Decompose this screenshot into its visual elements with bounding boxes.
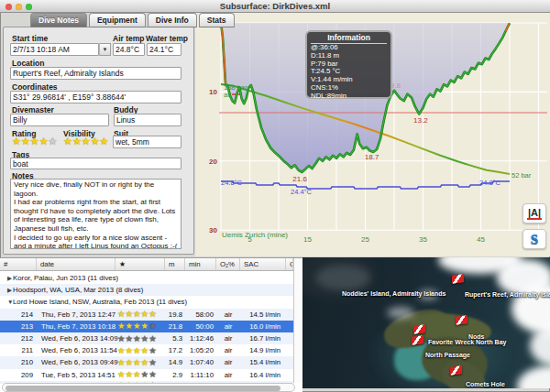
dive-flag-icon[interactable] <box>452 274 464 284</box>
svg-text:10: 10 <box>209 88 217 96</box>
tab-dive-info[interactable]: Dive Info <box>148 13 197 27</box>
dive-date: Thu, Feb 7, 2013 10:18 <box>37 322 116 331</box>
buddy-input[interactable] <box>114 114 182 126</box>
ruler-icon: |A| <box>527 208 542 220</box>
dive-rating-stars: ★★★★★ <box>116 346 165 355</box>
svg-text:24.8°C: 24.8°C <box>479 179 501 187</box>
dive-row-selected[interactable]: 213Thu, Feb 7, 2013 10:18★★★★★21.850:00a… <box>0 321 293 332</box>
column-header-rating[interactable]: ★ <box>116 258 165 270</box>
dive-number: 209 <box>0 371 37 379</box>
dive-number: 212 <box>0 334 37 343</box>
dive-notes-panel: Start time ▼ Air temp Water temp Locatio… <box>3 27 194 255</box>
svg-text:52 bar: 52 bar <box>512 171 532 180</box>
svg-text:air: air <box>224 91 232 99</box>
panel-splitter-handle[interactable] <box>188 128 192 143</box>
trip-row[interactable]: ▼Lord Howe Island, NSW, Australia, Feb 2… <box>0 296 293 308</box>
rating-stars[interactable]: ★★★★★ <box>12 136 57 147</box>
dive-row[interactable]: 210Wed, Feb 6, 2013 09:49★★★★★14.91:07:4… <box>0 356 293 368</box>
star-empty-icon[interactable]: ★ <box>49 136 58 147</box>
dive-list-vertical-scrollbar[interactable] <box>293 258 302 383</box>
star-filled-icon[interactable]: ★ <box>82 136 91 147</box>
star-filled-icon: ★ <box>141 357 149 367</box>
star-empty-icon: ★ <box>141 369 149 379</box>
visibility-stars[interactable]: ★★★★★ <box>63 136 108 147</box>
notes-textarea[interactable]: Very nice dive, finally NOT in or right … <box>10 179 182 249</box>
subsurface-logo-button[interactable]: S <box>522 229 546 249</box>
dive-sac: 16.4 l/min <box>240 371 286 379</box>
subsurface-logo-icon: S <box>531 232 538 247</box>
title-bar: Subsurface: DirkDives.xml <box>0 0 550 13</box>
star-filled-icon: ★ <box>133 357 141 367</box>
dive-row[interactable]: 209Tue, Feb 5, 2013 14:51★★★★★2.91:11:10… <box>0 369 293 381</box>
suit-input[interactable] <box>113 136 182 148</box>
dive-site-label: Rupert's Reef, Admiralty Islands <box>465 291 550 298</box>
svg-text:35: 35 <box>419 235 427 244</box>
star-filled-icon: ★ <box>133 345 141 355</box>
dive-number: 213 <box>0 322 37 331</box>
column-header-o₂%[interactable]: O₂% <box>216 258 240 270</box>
dive-row[interactable]: 214Thu, Feb 7, 2013 12:47★★★★★19.858:00a… <box>0 309 293 321</box>
column-header-num[interactable]: # <box>0 258 37 270</box>
dive-number: 214 <box>0 310 37 319</box>
horizontal-scrollbar-thumb[interactable] <box>6 386 280 391</box>
star-empty-icon: ★ <box>117 333 126 343</box>
star-filled-icon: ★ <box>141 345 149 355</box>
star-filled-icon[interactable]: ★ <box>91 136 100 147</box>
star-filled-icon[interactable]: ★ <box>12 136 21 147</box>
column-header-m[interactable]: m <box>165 258 185 270</box>
start-time-label: Start time <box>12 34 48 43</box>
start-time-input[interactable] <box>10 43 99 56</box>
dive-date: Wed, Feb 6, 2013 09:49 <box>37 358 116 366</box>
dive-flag-icon[interactable] <box>450 365 462 376</box>
air-temp-input[interactable] <box>113 43 145 56</box>
triangle-collapsed-icon[interactable]: ▶ <box>0 275 9 282</box>
tab-dive-notes[interactable]: Dive Notes <box>30 13 87 27</box>
dive-sites-map[interactable]: Noddies' Island, Admiralty IslandsRupert… <box>302 257 550 388</box>
column-header-date[interactable]: date <box>37 258 116 270</box>
location-input[interactable] <box>10 67 182 80</box>
dive-number: 210 <box>0 358 37 366</box>
star-filled-icon[interactable]: ★ <box>63 136 72 147</box>
dive-sac: 14.5 l/min <box>240 310 286 319</box>
dive-gas: air <box>216 346 240 354</box>
start-time-dropdown-button[interactable]: ▼ <box>99 43 111 56</box>
star-filled-icon: ★ <box>117 357 126 367</box>
dive-duration: 1:07:40 <box>185 358 216 366</box>
dive-depth: 14.9 <box>165 358 185 366</box>
dive-flag-icon[interactable] <box>413 324 425 334</box>
dive-site-label: Noddies' Island, Admiralty Islands <box>342 290 446 297</box>
star-filled-icon[interactable]: ★ <box>72 136 82 147</box>
cloud <box>315 265 370 290</box>
dive-list-horizontal-scrollbar[interactable] <box>2 383 295 392</box>
column-header-otu[interactable]: OTU <box>286 258 293 270</box>
star-filled-icon[interactable]: ★ <box>39 136 49 147</box>
dive-flag-icon[interactable] <box>412 335 424 345</box>
tab-stats[interactable]: Stats <box>199 13 235 27</box>
divemaster-input[interactable] <box>10 114 109 126</box>
dive-row[interactable]: 211Wed, Feb 6, 2013 11:54★★★★★17.21:05:2… <box>0 344 293 356</box>
tags-input[interactable] <box>10 158 182 169</box>
column-header-min[interactable]: min <box>185 258 216 270</box>
triangle-collapsed-icon[interactable]: ▶ <box>0 287 9 294</box>
column-header-sac[interactable]: SAC <box>240 258 286 270</box>
water-temp-input[interactable] <box>147 43 182 56</box>
trip-row[interactable]: ▶Koror, Palau, Jun 2013 (11 dives) <box>0 272 293 284</box>
cloud <box>517 365 550 388</box>
ruler-tool-button[interactable]: |A| <box>522 203 546 223</box>
trip-row[interactable]: ▶Hoodsport, WA, USA, Mar 2013 (8 dives) <box>0 284 293 296</box>
triangle-expanded-icon[interactable]: ▼ <box>0 299 9 305</box>
dive-site-label: North Passage <box>425 352 470 358</box>
tab-equipment[interactable]: Equipment <box>89 13 146 27</box>
star-filled-icon[interactable]: ★ <box>100 136 109 147</box>
coordinates-input[interactable] <box>10 91 182 103</box>
dive-list-header[interactable]: #date★mminO₂%SACOTU <box>0 258 293 271</box>
star-filled-icon: ★ <box>148 309 157 319</box>
dive-row[interactable]: 212Wed, Feb 6, 2013 14:09★★★★★5.31:12:46… <box>0 332 293 344</box>
trip-label: Hoodsport, WA, USA, Mar 2013 (8 dives) <box>9 286 143 294</box>
dive-number: 211 <box>0 346 37 354</box>
svg-text:13.2: 13.2 <box>413 116 428 125</box>
dive-profile-panel[interactable]: 102030515253545Uemis Zurich (mine)24.8°C… <box>195 13 550 256</box>
star-filled-icon[interactable]: ★ <box>30 136 39 147</box>
dive-flag-icon[interactable] <box>456 315 468 325</box>
star-filled-icon[interactable]: ★ <box>21 136 30 147</box>
